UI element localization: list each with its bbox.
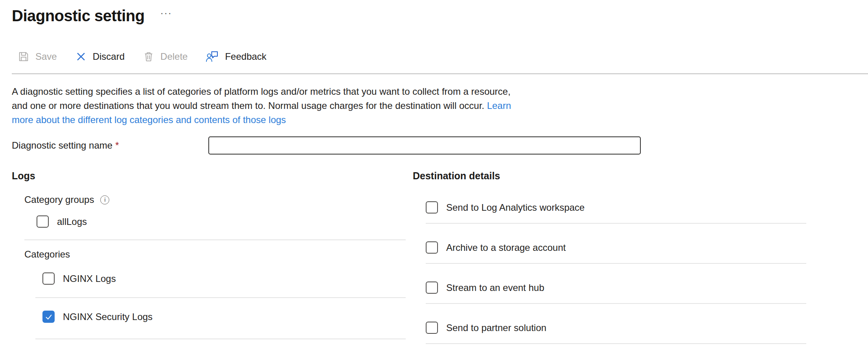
diagnostic-setting-page: Diagnostic setting ··· Save Discard [0,0,868,357]
save-label: Save [35,51,57,62]
destination-row-log-analytics: Send to Log Analytics workspace [413,201,812,213]
description-line-3: more about the different log categories … [12,113,868,127]
learn-more-link-continued[interactable]: more about the different log categories … [12,114,286,125]
info-icon[interactable]: i [100,195,109,204]
divider [426,343,806,344]
checkbox-label-alllogs[interactable]: allLogs [57,216,87,227]
save-button[interactable]: Save [18,51,57,63]
learn-more-link[interactable]: Learn [487,100,511,111]
checkbox-stream-to-event-hub[interactable] [426,282,438,294]
floppy-disk-icon [18,51,29,63]
category-row-nginx-security-logs: NGINX Security Logs [12,311,406,323]
checkbox-nginx-security-logs[interactable] [42,311,55,323]
feedback-button[interactable]: Feedback [206,50,266,63]
page-header: Diagnostic setting ··· [0,0,868,25]
logs-heading: Logs [12,170,406,182]
destination-row-storage-account: Archive to a storage account [413,241,812,254]
feedback-label: Feedback [225,51,266,62]
divider [35,297,406,298]
name-field-label: Diagnostic setting name [12,140,112,151]
delete-button[interactable]: Delete [143,51,188,63]
check-icon [44,313,53,321]
ellipsis-icon: ··· [160,7,172,18]
name-field-row: Diagnostic setting name* [12,136,868,155]
destination-row-event-hub: Stream to an event hub [413,282,812,294]
category-groups-line: Category groups i [12,194,406,205]
content-columns: Logs Category groups i allLogs Categorie… [12,170,868,344]
description-line-1: A diagnostic setting specifies a list of… [12,85,868,99]
name-field-label-wrap: Diagnostic setting name* [12,140,208,151]
checkbox-label-nginx-security-logs[interactable]: NGINX Security Logs [63,311,153,322]
category-groups-label: Category groups [24,194,94,205]
checkbox-label-log-analytics[interactable]: Send to Log Analytics workspace [446,202,585,213]
checkbox-label-nginx-logs[interactable]: NGINX Logs [63,273,116,284]
diagnostic-setting-name-input[interactable] [208,136,641,155]
divider [426,303,806,304]
command-bar: Save Discard Delete [18,50,868,63]
description-line-2: and one or more destinations that you wo… [12,99,868,113]
discard-button[interactable]: Discard [75,51,125,63]
divider [24,239,406,240]
destination-row-partner-solution: Send to partner solution [413,322,812,334]
checkbox-label-partner-solution[interactable]: Send to partner solution [446,322,546,333]
checkbox-label-storage-account[interactable]: Archive to a storage account [446,242,566,253]
checkbox-archive-to-storage[interactable] [426,241,438,254]
divider [35,339,406,339]
divider [426,223,806,224]
x-icon [75,51,87,63]
person-chat-icon [206,50,219,63]
checkbox-label-event-hub[interactable]: Stream to an event hub [446,282,544,293]
category-group-row-alllogs: allLogs [12,215,406,228]
toolbar-divider [12,73,868,74]
more-actions-button[interactable]: ··· [158,7,175,19]
trash-icon [143,51,154,63]
logs-section: Logs Category groups i allLogs Categorie… [12,170,406,344]
checkbox-send-to-partner-solution[interactable] [426,322,438,334]
divider [426,263,806,264]
checkbox-alllogs[interactable] [37,215,49,228]
page-title: Diagnostic setting [12,6,145,25]
description: A diagnostic setting specifies a list of… [12,85,868,127]
destination-details-section: Destination details Send to Log Analytic… [413,170,812,344]
checkbox-send-to-log-analytics[interactable] [426,201,438,213]
checkbox-nginx-logs[interactable] [42,272,55,285]
delete-label: Delete [160,51,188,62]
discard-label: Discard [93,51,125,62]
destination-details-heading: Destination details [413,170,812,182]
required-asterisk: * [115,140,119,151]
categories-label: Categories [12,249,406,260]
category-row-nginx-logs: NGINX Logs [12,272,406,285]
